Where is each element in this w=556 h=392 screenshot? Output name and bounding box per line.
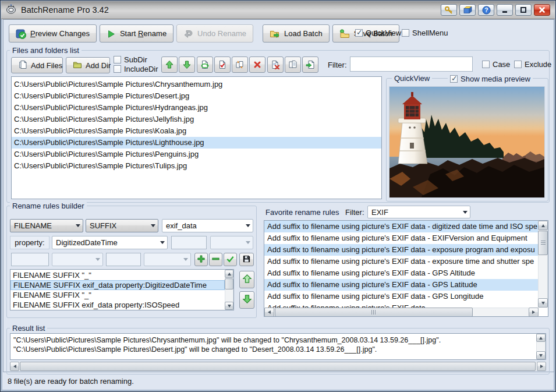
rule-value-combo[interactable]: exif_data: [162, 219, 253, 232]
rule-row[interactable]: FILENAME SUFFIX exif_data property:Digit…: [10, 280, 225, 290]
favorite-rule-row[interactable]: Add suffix to filename using picture's E…: [264, 232, 539, 244]
rule-row[interactable]: FILENAME SUFFIX exif_data property:ISOSp…: [10, 300, 225, 310]
property-combo[interactable]: DigitizedDateTime: [52, 236, 168, 249]
rule-param-input-1[interactable]: [171, 236, 207, 249]
file-row[interactable]: C:\Users\Public\Pictures\Sample Pictures…: [12, 137, 381, 149]
file-row[interactable]: C:\Users\Public\Pictures\Sample Pictures…: [12, 149, 381, 160]
file-row[interactable]: C:\Users\Public\Pictures\Sample Pictures…: [12, 160, 381, 172]
favorite-rule-row[interactable]: Add suffix to filename using picture's E…: [264, 221, 539, 232]
result-scroll-down-icon[interactable]: [536, 351, 546, 359]
status-bar-text: 8 file(s) are ready for batch renaming.: [8, 377, 134, 386]
includedir-checkbox[interactable]: IncludeDir: [114, 65, 158, 73]
move-up-button[interactable]: [161, 56, 178, 73]
file-row[interactable]: C:\Users\Public\Pictures\Sample Pictures…: [12, 125, 381, 137]
chevron-down-icon: [73, 220, 83, 232]
check-icon: [226, 255, 235, 265]
add-dir-button[interactable]: Add Dir: [66, 57, 110, 73]
subdir-checkbox-box[interactable]: [114, 56, 121, 63]
copy-list-button[interactable]: [285, 56, 301, 73]
result-hscroll-thumb[interactable]: [20, 362, 536, 371]
update-button[interactable]: [459, 4, 476, 16]
rule-row[interactable]: FILENAME SUFFIX "_": [10, 270, 225, 280]
file-row[interactable]: C:\Users\Public\Pictures\Sample Pictures…: [12, 114, 381, 125]
undo-rename-button[interactable]: Undo Rename: [176, 24, 253, 43]
favorites-filter-combo[interactable]: EXIF: [367, 206, 470, 218]
titlebar[interactable]: BatchRename Pro 3.42 ?: [1, 1, 555, 19]
add-rule-button[interactable]: [194, 253, 208, 266]
file-row[interactable]: C:\Users\Public\Pictures\Sample Pictures…: [12, 79, 381, 90]
shellmenu-checkbox[interactable]: ShellMenu: [402, 29, 448, 37]
favorite-rule-row[interactable]: Add suffix to filename using picture's E…: [264, 279, 539, 291]
rule-move-up-button[interactable]: [239, 271, 254, 288]
result-list[interactable]: "C:\Users\Public\Pictures\Sample Picture…: [10, 333, 546, 360]
rule-param-input-2[interactable]: [11, 253, 49, 266]
rule-action-value: SUFFIX: [90, 221, 148, 230]
remove-selected-button[interactable]: [249, 56, 265, 73]
rules-scroll-down-icon[interactable]: [225, 302, 233, 310]
subdir-checkbox[interactable]: SubDir: [114, 55, 147, 64]
main-toolbar: Preview ChangesStart RenameUndo RenameLo…: [9, 24, 399, 43]
favorites-scroll-down-icon[interactable]: [538, 298, 548, 308]
preview-changes-button[interactable]: Preview Changes: [9, 24, 97, 43]
file-row[interactable]: C:\Users\Public\Pictures\Sample Pictures…: [12, 102, 381, 114]
favorite-rule-row[interactable]: Add suffix to filename using picture's E…: [264, 302, 539, 308]
rules-scroll-up-icon[interactable]: [225, 270, 233, 278]
rule-param-combo-2[interactable]: [52, 253, 103, 266]
load-batch-button-label: Load Batch: [284, 29, 323, 38]
files-filter-input[interactable]: [350, 56, 473, 72]
rules-list[interactable]: FILENAME SUFFIX "_"FILENAME SUFFIX exif_…: [10, 269, 234, 310]
rule-param-combo-1[interactable]: [210, 236, 253, 249]
remove-rule-button[interactable]: [209, 253, 222, 266]
file-list[interactable]: C:\Users\Public\Pictures\Sample Pictures…: [11, 76, 382, 199]
add-dir-label: Add Dir: [86, 61, 111, 70]
move-down-button[interactable]: [179, 56, 195, 73]
maximize-button[interactable]: [515, 4, 532, 16]
favorites-scroll-left-icon[interactable]: [264, 308, 274, 317]
show-media-preview-checkbox[interactable]: Show media preview: [448, 75, 533, 83]
shellmenu-checkbox-box[interactable]: [402, 29, 409, 37]
rule-move-down-button[interactable]: [239, 291, 254, 309]
minimize-button[interactable]: [497, 4, 513, 16]
load-batch-button[interactable]: Load Batch: [263, 24, 330, 43]
exclude-checkbox-box[interactable]: [514, 61, 522, 68]
property-label: property:: [15, 238, 44, 247]
apply-rule-button[interactable]: [224, 253, 237, 266]
duplicate-entry-button[interactable]: [232, 56, 248, 73]
exclude-checkbox[interactable]: Exclude: [514, 60, 551, 69]
rule-action-combo[interactable]: SUFFIX: [86, 219, 158, 232]
rule-param-input-3[interactable]: [106, 253, 141, 266]
result-scroll-left-icon[interactable]: [10, 362, 19, 371]
includedir-checkbox-box[interactable]: [114, 65, 121, 73]
export-list-button[interactable]: [302, 56, 318, 73]
result-scroll-up-icon[interactable]: [536, 334, 546, 342]
favorite-rule-row[interactable]: Add suffix to filename using picture's E…: [264, 291, 539, 302]
rule-param-combo-3[interactable]: [144, 253, 191, 266]
favorites-scroll-up-icon[interactable]: [538, 221, 548, 230]
rule-source-combo[interactable]: FILENAME: [10, 219, 83, 232]
favorites-list[interactable]: Add suffix to filename using picture's E…: [264, 220, 548, 317]
rules-scroll-thumb[interactable]: [225, 278, 233, 289]
rule-row[interactable]: FILENAME SUFFIX "_": [10, 290, 225, 300]
refresh-list-button[interactable]: [197, 56, 213, 73]
save-rules-button[interactable]: [239, 253, 254, 266]
favorite-rule-row[interactable]: Add suffix to filename using picture's E…: [264, 244, 539, 256]
help-button[interactable]: ?: [478, 4, 494, 16]
show-media-preview-checkbox-box[interactable]: [450, 75, 458, 83]
case-checkbox[interactable]: Case: [482, 60, 510, 69]
quickview-checkbox[interactable]: QuickView: [355, 29, 401, 37]
favorites-scroll-right-icon[interactable]: [529, 308, 539, 317]
favorites-vscroll-thumb[interactable]: [538, 231, 548, 255]
remove-all-button[interactable]: [267, 56, 284, 73]
case-checkbox-box[interactable]: [482, 61, 490, 68]
start-rename-button[interactable]: Start Rename: [100, 24, 173, 43]
favorite-rule-row[interactable]: Add suffix to filename using picture's E…: [264, 267, 539, 279]
close-button[interactable]: [534, 4, 550, 16]
validate-names-button[interactable]: [214, 56, 231, 73]
add-files-button[interactable]: Add Files: [11, 57, 63, 73]
quickview-checkbox-box[interactable]: [355, 29, 363, 37]
favorite-rule-row[interactable]: Add suffix to filename using picture's E…: [264, 256, 539, 267]
file-row[interactable]: C:\Users\Public\Pictures\Sample Pictures…: [12, 90, 381, 102]
favorites-hscroll-thumb[interactable]: [275, 308, 473, 317]
result-scroll-right-icon[interactable]: [537, 362, 546, 371]
register-button[interactable]: [441, 4, 457, 16]
